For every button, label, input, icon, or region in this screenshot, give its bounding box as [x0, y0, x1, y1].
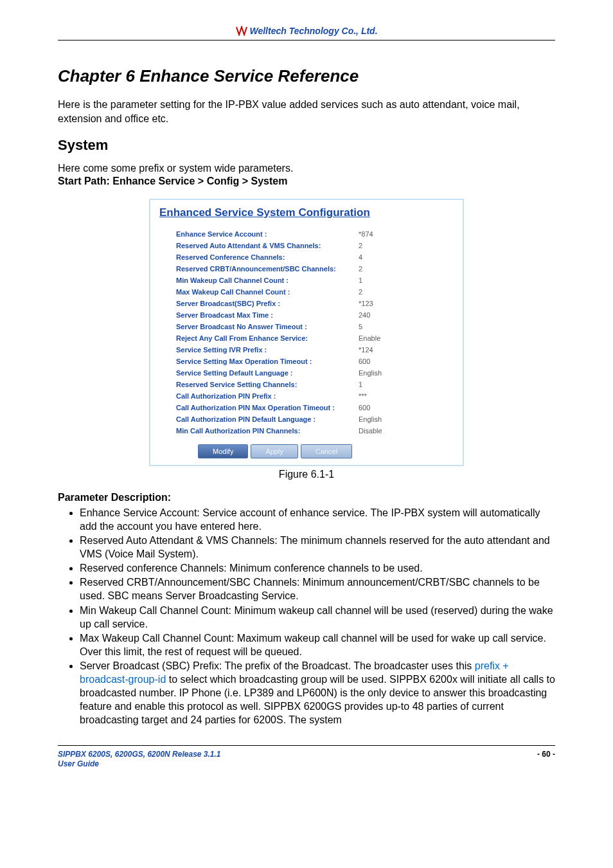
config-value: *124	[359, 344, 454, 356]
config-value: 1	[359, 275, 454, 286]
config-label: Reserved Service Setting Channels:	[159, 379, 359, 390]
cancel-button[interactable]: Cancel	[301, 444, 352, 458]
screenshot-buttons: Modify Apply Cancel	[159, 444, 454, 458]
parameter-item: Enhance Service Account: Service account…	[80, 506, 555, 533]
config-row: Enhance Service Account :*874	[159, 228, 454, 240]
modify-button[interactable]: Modify	[198, 444, 248, 458]
config-row: Min Call Authorization PIN Channels:Disa…	[159, 425, 454, 437]
config-row: Reject Any Call From Enhance Service:Ena…	[159, 332, 454, 344]
config-row: Reserved Auto Attendant & VMS Channels:2	[159, 240, 454, 251]
section-lead: Here come some prefix or system wide par…	[58, 161, 555, 176]
config-label: Reject Any Call From Enhance Service:	[159, 332, 359, 344]
config-value: 2	[359, 240, 454, 251]
config-value: 2	[359, 286, 454, 298]
config-row: Max Wakeup Call Channel Count :2	[159, 286, 454, 298]
screenshot-title: Enhanced Service System Configuration	[159, 206, 454, 219]
config-value: *874	[359, 228, 454, 240]
config-label: Reserved Auto Attendant & VMS Channels:	[159, 240, 359, 251]
parameter-item: Reserved Auto Attendant & VMS Channels: …	[80, 534, 555, 561]
sbc-pre-text: Server Broadcast (SBC) Prefix: The prefi…	[80, 660, 475, 671]
config-label: Call Authorization PIN Default Language …	[159, 413, 359, 425]
config-row: Server Broadcast No Answer Timeout :5	[159, 321, 454, 332]
config-row: Reserved CRBT/Announcement/SBC Channels:…	[159, 263, 454, 275]
config-label: Service Setting Max Operation Timeout :	[159, 356, 359, 367]
footer-product-line: SIPPBX 6200S, 6200GS, 6200N Release 3.1.…	[58, 750, 221, 759]
config-value: *123	[359, 298, 454, 309]
config-value: Enable	[359, 332, 454, 344]
parameter-item: Max Wakeup Call Channel Count: Maximum w…	[80, 631, 555, 658]
start-path: Start Path: Enhance Service > Config > S…	[58, 176, 555, 187]
config-label: Service Setting Default Language :	[159, 367, 359, 379]
config-row: Server Broadcast Max Time :240	[159, 309, 454, 321]
config-row: Service Setting IVR Prefix :*124	[159, 344, 454, 356]
config-value: ***	[359, 390, 454, 402]
config-label: Server Broadcast No Answer Timeout :	[159, 321, 359, 332]
config-label: Call Authorization PIN Prefix :	[159, 390, 359, 402]
config-label: Min Call Authorization PIN Channels:	[159, 425, 359, 437]
page-number: - 60 -	[537, 750, 555, 759]
parameter-list: Enhance Service Account: Service account…	[58, 506, 555, 727]
intro-paragraph: Here is the parameter setting for the IP…	[58, 98, 555, 125]
config-row: Server Broadcast(SBC) Prefix :*123	[159, 298, 454, 309]
welltech-logo-icon	[235, 26, 248, 36]
parameter-heading: Parameter Description:	[58, 492, 555, 503]
config-value: 5	[359, 321, 454, 332]
figure-caption: Figure 6.1-1	[58, 469, 555, 480]
config-row: Call Authorization PIN Max Operation Tim…	[159, 402, 454, 413]
apply-button[interactable]: Apply	[251, 444, 298, 458]
config-value: 600	[359, 356, 454, 367]
footer-guide-line: User Guide	[58, 759, 99, 768]
logo-area: Welltech Technology Co., Ltd.	[235, 26, 377, 36]
section-title: System	[58, 137, 555, 154]
config-row: Call Authorization PIN Prefix :***	[159, 390, 454, 402]
config-screenshot: Enhanced Service System Configuration En…	[149, 199, 464, 466]
config-row: Service Setting Default Language :Englis…	[159, 367, 454, 379]
chapter-title: Chapter 6 Enhance Service Reference	[58, 66, 555, 86]
brand-text: Welltech Technology Co., Ltd.	[249, 26, 377, 36]
config-value: 4	[359, 251, 454, 263]
parameter-item-sbc: Server Broadcast (SBC) Prefix: The prefi…	[80, 659, 555, 727]
config-row: Call Authorization PIN Default Language …	[159, 413, 454, 425]
config-row: Min Wakeup Call Channel Count :1	[159, 275, 454, 286]
config-value: 2	[359, 263, 454, 275]
parameter-item: Reserved CRBT/Announcement/SBC Channels:…	[80, 575, 555, 602]
config-row: Reserved Conference Channels:4	[159, 251, 454, 263]
config-value: English	[359, 413, 454, 425]
config-value: 240	[359, 309, 454, 321]
config-table: Enhance Service Account :*874Reserved Au…	[159, 228, 454, 437]
config-label: Service Setting IVR Prefix :	[159, 344, 359, 356]
config-row: Service Setting Max Operation Timeout :6…	[159, 356, 454, 367]
footer-left: SIPPBX 6200S, 6200GS, 6200N Release 3.1.…	[58, 750, 221, 770]
config-label: Max Wakeup Call Channel Count :	[159, 286, 359, 298]
config-value: 600	[359, 402, 454, 413]
parameter-item: Min Wakeup Call Channel Count: Minimum w…	[80, 604, 555, 631]
page-header: Welltech Technology Co., Ltd.	[58, 26, 555, 41]
config-value: Disable	[359, 425, 454, 437]
config-label: Server Broadcast Max Time :	[159, 309, 359, 321]
config-label: Server Broadcast(SBC) Prefix :	[159, 298, 359, 309]
config-label: Reserved Conference Channels:	[159, 251, 359, 263]
parameter-item: Reserved conference Channels: Minimum co…	[80, 561, 555, 575]
page-footer: SIPPBX 6200S, 6200GS, 6200N Release 3.1.…	[58, 745, 555, 770]
config-label: Call Authorization PIN Max Operation Tim…	[159, 402, 359, 413]
config-row: Reserved Service Setting Channels:1	[159, 379, 454, 390]
config-value: English	[359, 367, 454, 379]
config-label: Min Wakeup Call Channel Count :	[159, 275, 359, 286]
config-value: 1	[359, 379, 454, 390]
config-label: Enhance Service Account :	[159, 228, 359, 240]
config-label: Reserved CRBT/Announcement/SBC Channels:	[159, 263, 359, 275]
